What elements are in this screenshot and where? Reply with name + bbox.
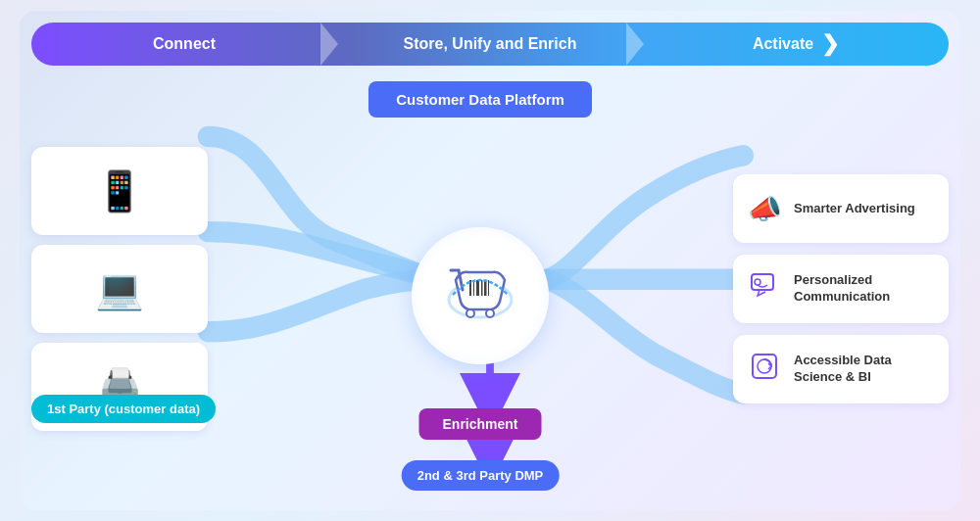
svg-point-7 — [466, 309, 474, 317]
output-communication: Personalized Communication — [733, 255, 949, 323]
banner-activate-label: Activate — [753, 35, 813, 53]
output-advertising: 📣 Smarter Advertising — [733, 174, 949, 243]
data-science-icon — [747, 352, 782, 388]
svg-rect-3 — [476, 280, 479, 296]
center-circle — [412, 227, 549, 364]
banner-connect-label: Connect — [153, 35, 216, 53]
advertising-label: Smarter Advertising — [794, 201, 915, 217]
svg-rect-4 — [481, 280, 483, 296]
device-card-mobile: 📱 — [31, 147, 208, 235]
enrichment-label: Enrichment — [442, 416, 517, 432]
customer-badge: 1st Party (customer data) — [31, 395, 216, 423]
banner-store: Store, Unify and Enrich — [337, 23, 643, 66]
svg-rect-11 — [753, 355, 776, 378]
left-column: 📱 💻 🖨️ 1st Party (customer data) — [31, 147, 227, 431]
svg-point-10 — [755, 279, 760, 285]
center-column: Customer Data Platform — [227, 79, 733, 498]
diagram-container: Connect Store, Unify and Enrich Activate… — [20, 11, 960, 510]
cart-icon — [441, 251, 519, 342]
mobile-icon: 📱 — [95, 168, 144, 214]
banner-activate: Activate ❯ — [643, 23, 949, 66]
svg-point-8 — [486, 309, 494, 317]
top-banner: Connect Store, Unify and Enrich Activate… — [31, 23, 949, 66]
banner-end-arrow: ❯ — [821, 31, 839, 57]
enrichment-box: Enrichment — [418, 408, 541, 440]
advertising-icon: 📣 — [747, 193, 782, 225]
dmp-label: 2nd & 3rd Party DMP — [417, 468, 544, 483]
cdp-box: Customer Data Platform — [368, 81, 592, 118]
main-content: 📱 💻 🖨️ 1st Party (customer data) — [31, 79, 949, 498]
svg-rect-6 — [488, 280, 489, 296]
cdp-label: Customer Data Platform — [396, 91, 564, 108]
output-data-science: Accessible Data Science & BI — [733, 335, 949, 403]
banner-connect: Connect — [31, 23, 337, 66]
svg-rect-5 — [484, 280, 487, 296]
device-card-laptop: 💻 — [31, 245, 208, 333]
data-science-label: Accessible Data Science & BI — [794, 353, 935, 386]
customer-badge-label: 1st Party (customer data) — [47, 402, 200, 416]
dmp-box: 2nd & 3rd Party DMP — [402, 460, 560, 491]
svg-rect-2 — [473, 280, 474, 296]
laptop-icon: 💻 — [95, 266, 144, 312]
communication-icon — [747, 272, 782, 307]
right-column: 📣 Smarter Advertising Personalized Commu… — [733, 174, 949, 403]
communication-label: Personalized Communication — [794, 272, 935, 306]
banner-store-label: Store, Unify and Enrich — [404, 35, 577, 53]
